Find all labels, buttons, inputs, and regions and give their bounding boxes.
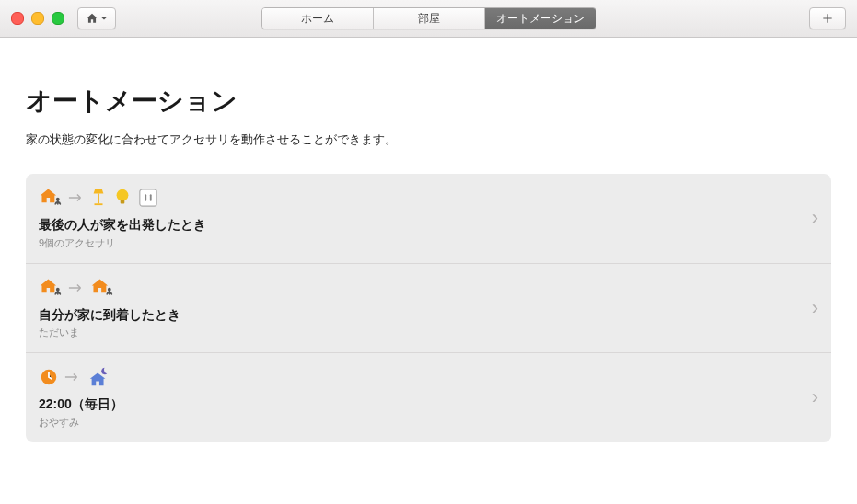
automation-icons	[39, 277, 816, 299]
lamp-icon	[90, 187, 107, 209]
chevron-right-icon: ›	[812, 296, 818, 320]
chevron-down-icon	[100, 15, 108, 22]
automation-icons	[39, 366, 816, 388]
add-button[interactable]	[809, 7, 846, 29]
automation-subtitle: ただいま	[39, 326, 816, 339]
home-leave-icon	[39, 277, 63, 299]
home-selector[interactable]	[77, 7, 116, 29]
close-window-button[interactable]	[11, 12, 24, 25]
svg-rect-7	[150, 194, 152, 200]
automation-list: 最後の人が家を出発したとき 9個のアクセサリ › 自分が家に到着したとき ただい…	[26, 174, 831, 442]
svg-rect-4	[121, 200, 125, 204]
automation-subtitle: おやすみ	[39, 416, 816, 430]
content: オートメーション 家の状態の変化に合わせてアクセサリを動作させることができます。…	[0, 38, 857, 461]
plus-icon	[821, 12, 834, 25]
svg-point-3	[117, 189, 129, 201]
svg-rect-2	[95, 203, 103, 205]
night-home-icon	[87, 366, 110, 388]
automation-title: 22:00（毎日）	[39, 395, 816, 414]
automation-row[interactable]: 22:00（毎日） おやすみ ›	[26, 352, 831, 442]
tab-home[interactable]: ホーム	[262, 8, 373, 29]
automation-subtitle: 9個のアクセサリ	[39, 236, 816, 250]
svg-rect-1	[98, 194, 99, 204]
home-leave-icon	[39, 187, 63, 209]
tab-automation[interactable]: オートメーション	[484, 8, 596, 29]
automation-row[interactable]: 最後の人が家を出発したとき 9個のアクセサリ ›	[26, 174, 831, 263]
automation-title: 最後の人が家を出発したとき	[39, 216, 816, 235]
clock-icon	[39, 367, 59, 387]
automation-row[interactable]: 自分が家に到着したとき ただいま ›	[26, 263, 831, 353]
outlet-icon	[138, 188, 158, 208]
bulb-icon	[112, 187, 133, 209]
window-controls	[11, 12, 64, 25]
automation-icons	[39, 187, 816, 209]
arrow-icon	[64, 372, 81, 382]
svg-rect-5	[140, 189, 156, 206]
titlebar: ホーム 部屋 オートメーション	[0, 0, 857, 38]
page-title: オートメーション	[26, 84, 831, 119]
chevron-right-icon: ›	[812, 385, 818, 409]
zoom-window-button[interactable]	[52, 12, 64, 25]
home-arrive-icon	[90, 277, 114, 299]
arrow-icon	[68, 193, 85, 202]
chevron-right-icon: ›	[812, 206, 818, 230]
svg-rect-6	[145, 194, 146, 200]
minimize-window-button[interactable]	[31, 12, 44, 25]
view-tabs: ホーム 部屋 オートメーション	[261, 7, 596, 29]
house-icon	[86, 12, 98, 25]
automation-title: 自分が家に到着したとき	[39, 306, 816, 325]
page-subtitle: 家の状態の変化に合わせてアクセサリを動作させることができます。	[26, 132, 831, 148]
arrow-icon	[68, 283, 85, 292]
tab-room[interactable]: 部屋	[373, 8, 484, 29]
